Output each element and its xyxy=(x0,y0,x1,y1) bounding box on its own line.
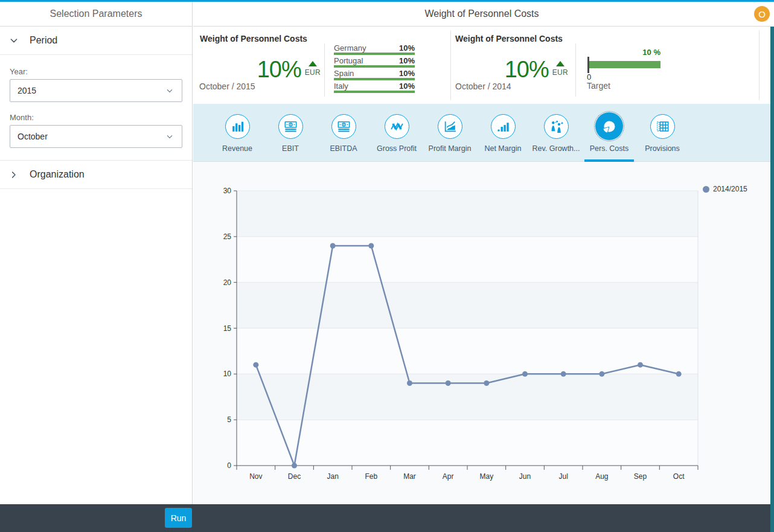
kpi-unit: EUR xyxy=(305,68,321,77)
tab-label: Rev. Growth... xyxy=(533,144,580,153)
svg-text:Nov: Nov xyxy=(249,472,262,481)
kpi-tile-title: Weight of Personnel Costs xyxy=(455,34,563,43)
svg-text:Sep: Sep xyxy=(634,472,647,481)
growth-people-icon xyxy=(544,114,569,139)
tab-icon-circle xyxy=(278,110,303,143)
comparison-bar xyxy=(334,78,415,80)
app-window: Selection Parameters Period Year: 2015 M… xyxy=(0,0,774,532)
country-label: Italy xyxy=(334,82,348,90)
footer-toolbar: Run xyxy=(0,504,774,532)
comparison-row: Italy10% xyxy=(334,82,415,93)
run-button[interactable]: Run xyxy=(165,508,192,528)
column-chart-icon xyxy=(491,114,516,139)
tab-label: EBIT xyxy=(282,144,299,153)
legend-label: 2014/2015 xyxy=(713,185,747,193)
kpi-value-2014: 10% EUR xyxy=(455,58,568,81)
comparison-row: Germany10% xyxy=(334,44,415,55)
country-value: 10% xyxy=(399,57,415,65)
svg-text:25: 25 xyxy=(223,232,232,241)
country-label: Germany xyxy=(334,44,366,52)
kpi-tiles-strip: Weight of Personnel Costs 10% EUR Octobe… xyxy=(193,27,770,104)
svg-text:15: 15 xyxy=(223,324,232,333)
svg-text:Jun: Jun xyxy=(519,472,531,481)
comparison-bar xyxy=(334,53,415,55)
year-select-value: 2015 xyxy=(18,86,36,95)
legend-item-2014-2015[interactable]: 2014/2015 xyxy=(703,185,747,193)
chevron-down-icon xyxy=(165,132,174,141)
user-avatar[interactable]: O xyxy=(754,6,770,22)
bullet-value-label: 10 % xyxy=(588,48,660,57)
tab-label: Revenue xyxy=(222,144,252,153)
svg-text:20: 20 xyxy=(223,278,232,287)
money-bills-icon xyxy=(278,114,303,139)
line-chart-svg: 051015202530NovDecJanFebMarAprMayJunJulA… xyxy=(193,162,770,504)
tab-revenue[interactable]: Revenue xyxy=(211,104,264,161)
tab-profit-margin[interactable]: Profit Margin xyxy=(423,104,476,161)
trend-up-icon xyxy=(309,61,317,66)
kpi-unit: EUR xyxy=(552,68,568,77)
comparison-row: Portugal10% xyxy=(334,57,415,68)
svg-text:10: 10 xyxy=(223,370,232,378)
year-select[interactable]: 2015 xyxy=(10,79,182,102)
svg-text:Apr: Apr xyxy=(443,472,454,481)
tab-label: Pers. Costs xyxy=(590,144,629,153)
kpi-tile-title: Weight of Personnel Costs xyxy=(200,34,307,43)
selection-parameters-panel: Selection Parameters Period Year: 2015 M… xyxy=(0,2,193,504)
kpi-value-2015: 10% EUR xyxy=(199,58,321,81)
tile-divider xyxy=(324,43,325,97)
comparison-bar xyxy=(334,91,415,93)
kpi-trend: EUR xyxy=(305,61,321,77)
svg-text:Aug: Aug xyxy=(595,472,608,481)
sidebar-title: Selection Parameters xyxy=(0,2,192,27)
tile-divider xyxy=(575,43,576,97)
tab-icon-circle xyxy=(438,110,462,143)
tab-icon-circle xyxy=(595,110,623,143)
country-value: 10% xyxy=(399,82,415,90)
tab-label: Net Margin xyxy=(484,144,521,153)
kpi-subtitle-2014: October / 2014 xyxy=(455,82,511,91)
tab-pers-costs[interactable]: Pers. Costs xyxy=(583,104,636,161)
section-organization[interactable]: Organization xyxy=(0,161,192,189)
tab-provisions[interactable]: Provisions xyxy=(636,104,689,161)
page-title: Weight of Personnel Costs xyxy=(424,8,539,19)
tab-ebitda[interactable]: EBITDA xyxy=(317,104,370,161)
svg-text:30: 30 xyxy=(223,187,232,195)
section-organization-label: Organization xyxy=(30,169,85,180)
right-edge-strip xyxy=(770,27,774,532)
section-period-label: Period xyxy=(30,35,57,46)
kpi-subtitle-2015: October / 2015 xyxy=(199,82,255,91)
trend-up-icon xyxy=(556,61,565,66)
section-period[interactable]: Period xyxy=(0,27,192,55)
tab-icon-circle xyxy=(225,110,250,143)
money-bills-icon xyxy=(331,114,356,139)
period-form: Year: 2015 Month: October xyxy=(0,55,192,161)
tab-net-margin[interactable]: Net Margin xyxy=(476,104,529,161)
month-select-value: October xyxy=(18,132,48,141)
main-content: Weight of Personnel Costs O Weight of Pe… xyxy=(193,2,770,504)
country-label: Portugal xyxy=(334,57,363,65)
tab-icon-circle xyxy=(331,110,356,143)
country-label: Spain xyxy=(334,69,354,77)
tab-ebit[interactable]: EBIT xyxy=(264,104,317,161)
kpi-trend: EUR xyxy=(552,61,568,77)
svg-text:Feb: Feb xyxy=(365,472,377,481)
kpi-value-number: 10% xyxy=(505,58,549,81)
month-select[interactable]: October xyxy=(10,125,182,148)
tab-rev-growth[interactable]: Rev. Growth... xyxy=(529,104,583,161)
tab-icon-circle xyxy=(544,110,569,143)
svg-text:Jan: Jan xyxy=(327,472,338,481)
svg-text:Oct: Oct xyxy=(673,472,685,481)
svg-text:0: 0 xyxy=(227,461,231,470)
tab-icon-circle xyxy=(650,110,675,143)
tab-gross-profit[interactable]: Gross Profit xyxy=(370,104,423,161)
legend-dot-icon xyxy=(703,186,709,193)
comparison-row: Spain10% xyxy=(334,69,415,80)
bullet-target-label: Target xyxy=(587,81,610,91)
zigzag-icon xyxy=(385,114,409,139)
svg-text:5: 5 xyxy=(227,415,231,424)
grid-table-icon xyxy=(650,114,675,139)
area-chart-icon xyxy=(438,114,462,139)
chevron-down-icon xyxy=(165,86,174,95)
svg-text:Dec: Dec xyxy=(288,472,301,481)
tab-label: Profit Margin xyxy=(429,144,472,153)
